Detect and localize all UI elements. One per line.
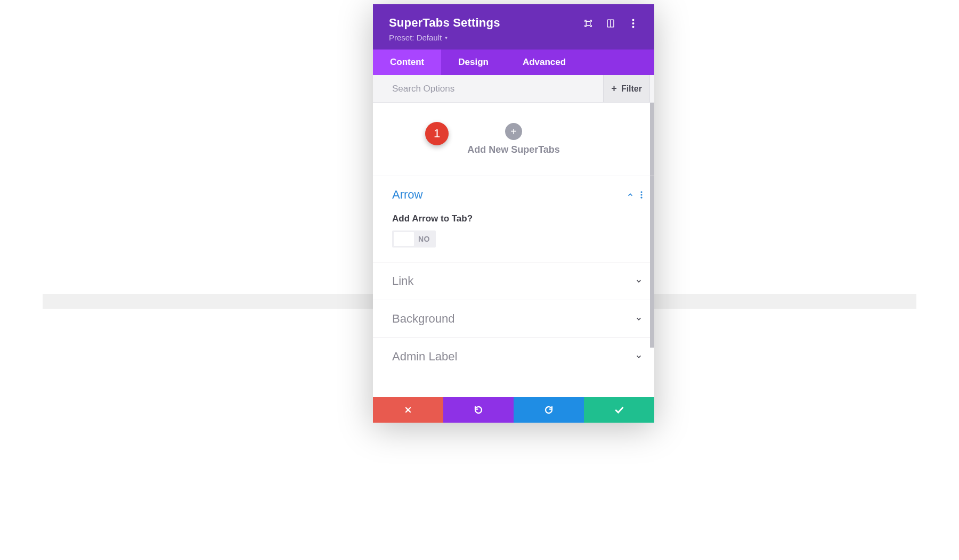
cancel-button[interactable] — [373, 397, 443, 423]
panel-header: SuperTabs Settings Preset: Default ▾ — [373, 4, 654, 50]
chevron-down-icon — [635, 353, 643, 360]
chevron-up-icon — [627, 191, 634, 199]
section-link: Link — [373, 262, 654, 300]
section-title: Admin Label — [392, 350, 457, 364]
add-arrow-toggle[interactable]: NO — [392, 230, 436, 248]
section-background-toggle[interactable]: Background — [373, 300, 654, 337]
tab-label: Advanced — [523, 57, 566, 68]
tab-label: Content — [390, 57, 424, 68]
caret-down-icon: ▾ — [445, 35, 448, 40]
section-title: Link — [392, 274, 413, 288]
section-arrow-body: Add Arrow to Tab? NO — [373, 213, 654, 262]
preset-label: Preset: Default — [389, 33, 442, 42]
section-admin-label: Admin Label — [373, 338, 654, 375]
tab-advanced[interactable]: Advanced — [506, 50, 583, 75]
search-input[interactable] — [392, 84, 603, 94]
add-new-button[interactable]: + — [505, 123, 522, 140]
section-admin-label-toggle[interactable]: Admin Label — [373, 338, 654, 375]
section-header-icons — [627, 191, 643, 199]
settings-panel: SuperTabs Settings Preset: Default ▾ Con… — [373, 4, 654, 423]
chevron-down-icon — [635, 315, 643, 323]
filter-label: Filter — [621, 84, 642, 94]
panel-footer — [373, 397, 654, 423]
svg-point-6 — [640, 191, 642, 193]
svg-point-5 — [632, 26, 634, 28]
toggle-handle — [394, 232, 414, 246]
svg-point-3 — [632, 19, 634, 21]
section-more-icon[interactable] — [640, 191, 643, 199]
step-badge: 1 — [425, 122, 449, 145]
option-label: Add Arrow to Tab? — [392, 213, 635, 224]
add-new-block: 1 + Add New SuperTabs — [373, 103, 654, 176]
chevron-down-icon — [635, 277, 643, 285]
tab-label: Design — [458, 57, 489, 68]
section-link-toggle[interactable]: Link — [373, 262, 654, 300]
tab-design[interactable]: Design — [441, 50, 506, 75]
panel-header-actions — [583, 16, 638, 29]
panel-title: SuperTabs Settings — [389, 16, 500, 30]
plus-icon: + — [611, 83, 617, 94]
section-background: Background — [373, 300, 654, 338]
toggle-state: NO — [418, 235, 434, 243]
close-icon — [404, 406, 412, 414]
svg-point-7 — [640, 194, 642, 195]
svg-point-4 — [632, 22, 634, 24]
add-new-label: Add New SuperTabs — [467, 144, 560, 155]
tab-content[interactable]: Content — [373, 50, 441, 75]
preset-dropdown[interactable]: Preset: Default ▾ — [389, 33, 500, 42]
section-arrow: Arrow Add Arrow to Tab? NO — [373, 176, 654, 262]
filter-button[interactable]: + Filter — [603, 75, 650, 102]
expand-icon[interactable] — [583, 18, 594, 29]
undo-button[interactable] — [443, 397, 514, 423]
section-arrow-toggle[interactable]: Arrow — [373, 176, 654, 213]
step-badge-number: 1 — [434, 127, 440, 141]
svg-rect-0 — [586, 21, 590, 26]
svg-point-8 — [640, 197, 642, 199]
scroll-area: 1 + Add New SuperTabs Arrow Add Arro — [373, 103, 654, 397]
search-row: + Filter — [373, 75, 654, 103]
redo-button[interactable] — [514, 397, 584, 423]
more-icon[interactable] — [628, 18, 638, 29]
redo-icon — [544, 405, 554, 415]
section-title: Arrow — [392, 188, 422, 202]
save-button[interactable] — [584, 397, 654, 423]
plus-icon: + — [510, 126, 517, 138]
panel-header-left: SuperTabs Settings Preset: Default ▾ — [389, 16, 500, 42]
tabs-row: Content Design Advanced — [373, 50, 654, 75]
undo-icon — [474, 405, 483, 415]
section-title: Background — [392, 312, 454, 326]
responsive-icon[interactable] — [605, 18, 616, 29]
check-icon — [614, 405, 624, 415]
